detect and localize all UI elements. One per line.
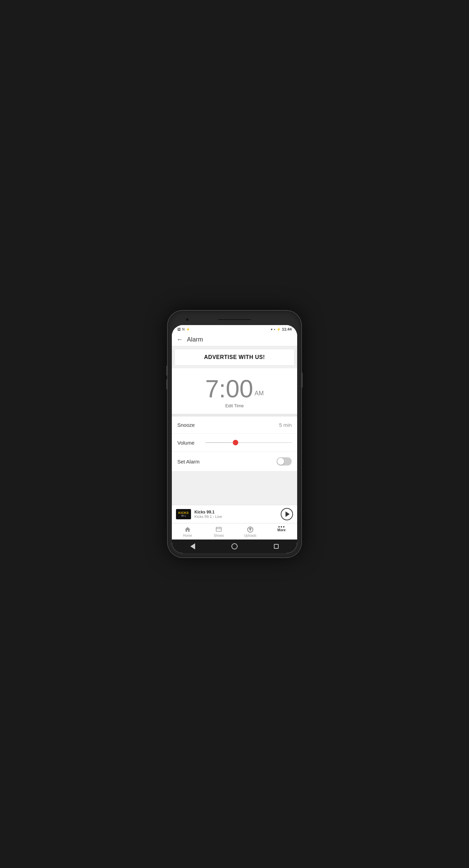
back-button[interactable]: ←	[177, 336, 183, 343]
slider-track	[205, 442, 292, 443]
tab-home[interactable]: Home	[172, 525, 203, 538]
camera-lens	[186, 318, 189, 321]
back-triangle-icon	[190, 543, 195, 549]
volume-up-button[interactable]	[166, 365, 168, 376]
notification-status-icon: N	[182, 327, 185, 331]
phone-top-bar	[172, 315, 297, 324]
image-status-icon: 🖼	[177, 327, 181, 331]
section-divider-1	[172, 414, 297, 417]
status-time: 11:44	[282, 327, 292, 331]
tab-shows[interactable]: Shows	[203, 525, 235, 538]
ad-text: ADVERTISE WITH US!	[204, 354, 265, 360]
wifi-status-icon: ▾	[271, 327, 272, 331]
tab-more-label: More	[277, 528, 286, 532]
home-circle-icon	[231, 543, 238, 549]
volume-slider[interactable]	[205, 439, 292, 446]
content-area: ADVERTISE WITH US! 7:00 AM Edit Time Sno…	[172, 346, 297, 505]
phone-screen: 🖼 N ⚡ ▾ ▪ ⚡ 11:44 ← Alarm ADVERTISE WITH…	[172, 325, 297, 553]
volume-down-button[interactable]	[166, 379, 168, 389]
station-sub: Kicks 99.1 - Live	[194, 514, 277, 519]
tab-home-label: Home	[183, 534, 192, 537]
status-bar: 🖼 N ⚡ ▾ ▪ ⚡ 11:44	[172, 325, 297, 333]
android-recents-button[interactable]	[273, 543, 280, 550]
empty-section	[172, 471, 297, 505]
edit-time-button[interactable]: Edit Time	[225, 403, 244, 408]
station-logo: KICKS 99.1	[176, 509, 191, 519]
now-playing-bar: KICKS 99.1 Kicks 99.1 Kicks 99.1 - Live	[172, 505, 297, 523]
phone-device: 🖼 N ⚡ ▾ ▪ ⚡ 11:44 ← Alarm ADVERTISE WITH…	[168, 311, 301, 557]
set-alarm-label: Set Alarm	[177, 459, 200, 464]
clock-ampm: AM	[255, 390, 264, 397]
recents-square-icon	[274, 544, 279, 549]
top-nav-bar: ← Alarm	[172, 333, 297, 346]
tab-uploads[interactable]: Uploads	[234, 525, 266, 538]
volume-row: Volume	[172, 434, 297, 452]
set-alarm-row[interactable]: Set Alarm	[172, 452, 297, 471]
slider-fill	[205, 442, 236, 443]
tab-bar: Home Shows Uploads	[172, 523, 297, 540]
shows-icon	[215, 526, 222, 533]
slider-thumb[interactable]	[233, 440, 238, 445]
uploads-icon	[247, 526, 254, 533]
tab-uploads-label: Uploads	[244, 534, 256, 537]
tab-more[interactable]: More	[266, 525, 297, 538]
home-icon	[184, 526, 191, 533]
svg-rect-0	[216, 527, 221, 531]
settings-section: Snooze 5 min Volume Set Alarm	[172, 417, 297, 471]
play-button[interactable]	[281, 508, 293, 520]
set-alarm-toggle[interactable]	[277, 457, 292, 466]
ad-banner[interactable]: ADVERTISE WITH US!	[175, 349, 294, 365]
android-nav	[172, 540, 297, 553]
signal-status-icon: ▪	[274, 327, 275, 331]
more-icon	[278, 526, 284, 528]
play-icon	[286, 511, 290, 517]
android-home-button[interactable]	[231, 543, 238, 550]
status-left-icons: 🖼 N ⚡	[177, 327, 190, 331]
android-back-button[interactable]	[189, 543, 196, 550]
station-info: Kicks 99.1 Kicks 99.1 - Live	[194, 510, 277, 519]
speaker-grill	[217, 319, 252, 321]
station-name: Kicks 99.1	[194, 510, 277, 514]
logo-line2: 99.1	[181, 514, 186, 517]
status-right-icons: ▾ ▪ ⚡ 11:44	[271, 327, 292, 331]
logo-line1: KICKS	[178, 511, 189, 514]
snooze-value: 5 min	[279, 422, 292, 428]
volume-label: Volume	[177, 440, 201, 446]
power-button[interactable]	[301, 372, 303, 388]
clock-section: 7:00 AM Edit Time	[172, 368, 297, 414]
snooze-row[interactable]: Snooze 5 min	[172, 417, 297, 434]
tab-shows-label: Shows	[214, 534, 224, 537]
page-title: Alarm	[187, 336, 203, 343]
clock-display: 7:00 AM	[205, 376, 264, 401]
flash-status-icon: ⚡	[186, 327, 190, 331]
snooze-label: Snooze	[177, 422, 195, 428]
clock-time: 7:00	[205, 376, 253, 401]
battery-status-icon: ⚡	[277, 327, 281, 331]
